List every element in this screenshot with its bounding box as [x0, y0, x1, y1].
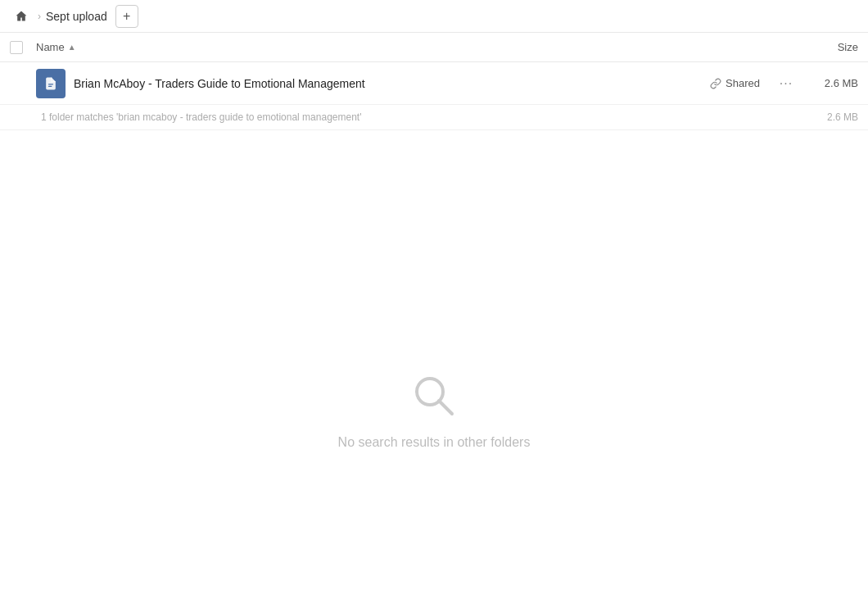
match-info-text: 1 folder matches 'brian mcaboy - traders…	[41, 111, 361, 123]
sort-arrow-icon: ▲	[68, 43, 76, 52]
home-button[interactable]	[10, 5, 33, 28]
file-shared-badge: Shared	[710, 77, 760, 89]
no-results-search-icon	[408, 370, 460, 422]
header-size: Size	[793, 41, 858, 53]
file-type-icon	[36, 69, 66, 98]
breadcrumb-separator: ›	[38, 11, 41, 22]
svg-line-1	[439, 401, 452, 414]
add-button[interactable]: +	[115, 5, 138, 28]
more-icon: ···	[780, 76, 793, 91]
header-name-label: Name	[36, 41, 65, 53]
breadcrumb-bar: › Sept upload +	[0, 0, 868, 33]
file-more-button[interactable]: ···	[773, 70, 799, 97]
match-info-row: 1 folder matches 'brian mcaboy - traders…	[0, 105, 868, 130]
select-all-checkbox[interactable]	[10, 41, 23, 54]
empty-state: No search results in other folders	[0, 130, 868, 590]
link-icon	[710, 78, 721, 89]
column-header: Name ▲ Size	[0, 33, 868, 62]
shared-label: Shared	[726, 77, 760, 89]
header-checkbox	[10, 41, 36, 54]
no-results-label: No search results in other folders	[338, 435, 531, 450]
match-info-size: 2.6 MB	[827, 111, 858, 123]
file-name: Brian McAboy - Traders Guide to Emotiona…	[74, 77, 710, 90]
file-size: 2.6 MB	[809, 77, 858, 89]
file-row[interactable]: Brian McAboy - Traders Guide to Emotiona…	[0, 62, 868, 105]
header-name[interactable]: Name ▲	[36, 41, 793, 53]
main-content: Name ▲ Size Brian McAboy - Traders Guide…	[0, 33, 868, 590]
breadcrumb-folder-name: Sept upload	[46, 10, 107, 23]
